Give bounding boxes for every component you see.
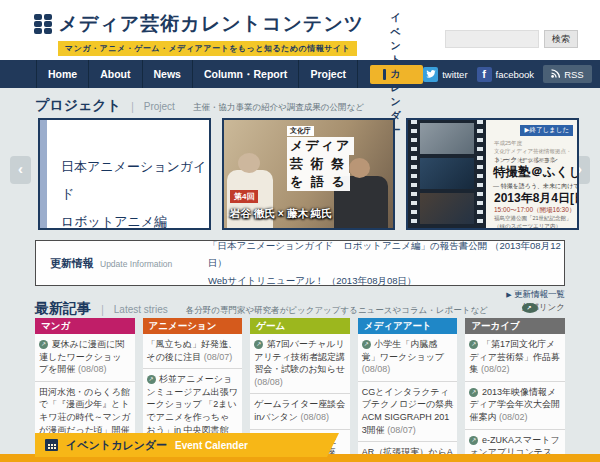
flyer-venue-line2: （緑のスポーツエリア内） xyxy=(494,223,561,229)
project-description: 主催・協力事業の紹介や調査成果の公開など xyxy=(193,102,364,114)
article-item[interactable]: ↗ 第7回バーチャルリアリティ技術者認定講習会・試験のお知らせ (08/08) xyxy=(250,334,350,394)
search-box: 検索 xyxy=(445,30,578,48)
external-link-icon: ↗ xyxy=(469,436,478,445)
nav-project[interactable]: Project xyxy=(299,60,358,88)
episode-badge: 第4回 xyxy=(230,190,258,203)
latest-title-en: Latest stries xyxy=(114,304,168,315)
nav-social-group: twitter f facebook RSS xyxy=(423,65,591,83)
article-date: (08/02) xyxy=(499,412,528,422)
column-header-archive[interactable]: アーカイブ xyxy=(465,318,565,334)
carousel-prev-button[interactable]: ‹ xyxy=(10,156,31,184)
column-header-manga[interactable]: マンガ xyxy=(35,318,135,334)
update-info-more-label: 更新情報一覧 xyxy=(514,289,565,299)
article-item[interactable]: ↗ 夏休みに漫画に関連したワークショップを開催 (08/08) xyxy=(35,334,135,382)
article-title: 小学生「内臓感覚」ワークショップ xyxy=(362,339,444,362)
external-link-icon: ↗ xyxy=(362,340,371,349)
nav-news[interactable]: News xyxy=(143,60,193,88)
guest-names: 岩谷 徹氏 × 藤木 純氏 xyxy=(230,207,332,221)
external-link-icon: ↗ xyxy=(147,375,156,384)
article-item[interactable]: ↗ 「第17回文化庁メディア芸術祭」作品募集 (08/02) xyxy=(465,334,565,382)
update-item-link[interactable]: 「日本アニメーションガイド ロボットアニメ編」の報告書公開 xyxy=(208,240,487,251)
carousel-slide-media-arts-talk[interactable]: 文化庁 メディア 芸 術 祭 を 語 る 第4回 岩谷 徹氏 × 藤木 純氏 xyxy=(222,118,395,230)
external-link-icon: ↗ xyxy=(39,340,48,349)
update-info-title: 更新情報 xyxy=(50,256,94,271)
column-header-media-art[interactable]: メディアアート xyxy=(358,318,458,334)
external-link-icon: ↗ xyxy=(469,340,478,349)
flyer-venue: 福島空港公園「21世紀記念館」 （緑のスポーツエリア内） xyxy=(494,215,572,230)
article-date: (08/02) xyxy=(481,364,510,374)
nav-home[interactable]: Home xyxy=(36,60,89,88)
update-info-heading: 更新情報 Update Information xyxy=(36,256,208,271)
slide2-big-line1: メディア xyxy=(287,137,354,155)
article-item[interactable]: ↗ 2013年映像情報メディア学会年次大会開催案内 (08/02) xyxy=(465,382,565,430)
film-frame-3 xyxy=(420,193,474,224)
facebook-button[interactable]: f facebook xyxy=(477,67,535,82)
latest-section-heading: 最新記事 ｜ Latest stries 各分野の専門家や研究者がピックアップす… xyxy=(35,300,488,318)
twitter-label: twitter xyxy=(442,69,467,80)
update-info-box: 更新情報 Update Information 「日本アニメーションガイド ロボ… xyxy=(35,240,565,286)
twitter-button[interactable]: twitter xyxy=(423,67,467,82)
facebook-icon: f xyxy=(477,67,492,82)
carousel-slide-tokusatsu-fukushima[interactable]: ▶終了しました 平成25年度 文化庁メディア芸術情報拠点・コンソーシアム構築事業… xyxy=(406,118,579,230)
article-title: e-ZUKAスマートフォンアプリコンテストのお知らせ xyxy=(469,435,559,455)
article-date: (08/08) xyxy=(254,377,283,387)
column-header-animation[interactable]: アニメーション xyxy=(143,318,243,334)
slide2-big-line2: 芸 術 祭 xyxy=(287,155,349,173)
external-link-legend[interactable]: ↗ 外部リンク xyxy=(522,302,565,314)
search-input[interactable] xyxy=(445,30,539,48)
search-button[interactable]: 検索 xyxy=(544,30,578,48)
article-title: 第7回バーチャルリアリティ技術者認定講習会・試験のお知らせ xyxy=(254,339,345,374)
heading-divider: ｜ xyxy=(97,302,108,317)
nav-event-calendar-button[interactable]: イベントカレンダー xyxy=(370,65,423,84)
nav-about[interactable]: About xyxy=(89,60,142,88)
slide1-line1: 日本アニメーションガイド xyxy=(61,153,209,208)
agency-label: 文化庁 xyxy=(287,126,314,136)
flyer-note-line1: 平成25年度 xyxy=(494,140,522,146)
film-frame-1 xyxy=(420,123,474,154)
carousel-slide-animation-guide[interactable]: 日本アニメーションガイド ロボットアニメ編 xyxy=(38,118,211,230)
site-title: メディア芸術カレントコンテンツ xyxy=(59,11,365,37)
update-item[interactable]: Webサイトリニューアル！ （2013年08月08日） xyxy=(208,272,564,290)
article-date: (08/08) xyxy=(362,364,391,374)
update-item[interactable]: 「日本アニメーションガイド ロボットアニメ編」の報告書公開 （2013年08月1… xyxy=(208,237,564,272)
film-frame-2 xyxy=(420,158,474,189)
slide2-big-line3: を 語 る xyxy=(287,173,350,191)
event-calendar-section-banner: イベントカレンダー Event Calender xyxy=(35,433,327,457)
film-sprocket-left xyxy=(411,120,417,228)
calendar-icon xyxy=(45,439,58,451)
ended-badge: ▶終了しました xyxy=(520,125,573,136)
film-strip-graphic xyxy=(408,120,486,228)
rss-button[interactable]: RSS xyxy=(543,65,592,83)
external-link-icon: ↗ xyxy=(522,303,538,313)
column-header-game[interactable]: ゲーム xyxy=(250,318,350,334)
latest-description: 各分野の専門家や研究者がピックアップするニュースやコラム・レポートなど xyxy=(186,305,488,317)
article-item[interactable]: 「風立ちぬ」好発進、その後に注目 (08/07) xyxy=(143,334,243,369)
article-date: (08/07) xyxy=(387,425,416,435)
facebook-label: facebook xyxy=(496,69,535,80)
site-logo[interactable]: メディア芸術カレントコンテンツ xyxy=(34,11,364,37)
article-item[interactable]: CGとインタラクティブテクノロジーの祭典ACM SIGGRAPH 2013開催 … xyxy=(358,382,458,442)
external-link-icon: ↗ xyxy=(469,388,478,397)
flyer-venue-line1: 福島空港公園「21世紀記念館」 xyxy=(494,215,572,221)
main-nav: Home About News Column・Report Project イベ… xyxy=(0,60,600,88)
latest-title: 最新記事 xyxy=(35,300,91,318)
article-date: (08/08) xyxy=(78,364,107,374)
rss-label: RSS xyxy=(564,69,584,80)
article-item[interactable]: ゲームライター座談会inバンタン (08/08) xyxy=(250,394,350,429)
project-title-en: Project xyxy=(144,101,175,112)
logo-dots-icon xyxy=(34,14,52,34)
site-tagline: マンガ・アニメ・ゲーム・メディアアートをもっと知るための情報サイト xyxy=(58,41,357,56)
twitter-icon xyxy=(423,67,438,82)
update-item-link[interactable]: Webサイトリニューアル！ xyxy=(208,275,324,286)
site-header: メディア芸術カレントコンテンツ マンガ・アニメ・ゲーム・メディアアートをもっと知… xyxy=(0,0,600,60)
flyer-date: 2013年8月4日[日] xyxy=(494,190,579,207)
article-item[interactable]: ↗ 小学生「内臓感覚」ワークショップ (08/08) xyxy=(358,334,458,382)
rss-icon xyxy=(551,69,560,80)
list-arrow-icon: ▶ xyxy=(506,291,511,298)
update-info-title-en: Update Information xyxy=(100,259,172,269)
article-item[interactable]: ↗ e-ZUKAスマートフォンアプリコンテストのお知らせ (07/29) xyxy=(465,430,565,455)
nav-column-report[interactable]: Column・Report xyxy=(193,60,299,88)
update-info-more-link[interactable]: ▶ 更新情報一覧 xyxy=(506,289,565,301)
column-body: ↗ 小学生「内臓感覚」ワークショップ (08/08) CGとインタラクティブテク… xyxy=(358,334,458,455)
chevron-left-icon: ‹ xyxy=(18,160,23,177)
